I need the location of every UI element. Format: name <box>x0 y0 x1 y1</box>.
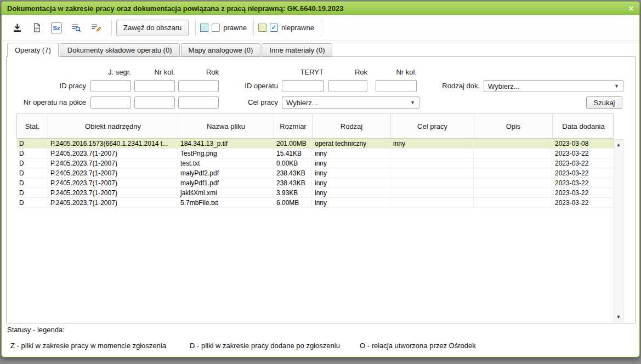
table-cell: 184.341.13_p.tif <box>178 139 274 148</box>
table-cell: małyPdf2.pdf <box>178 168 274 178</box>
legend-item-d: D - pliki w zakresie pracy dodane po zgł… <box>190 342 340 350</box>
scroll-down-icon[interactable]: ▼ <box>614 312 623 321</box>
close-icon[interactable]: × <box>628 4 634 13</box>
table-cell: 2023-03-22 <box>552 158 614 168</box>
tab-inne-materialy[interactable]: Inne materiały (0) <box>262 43 332 56</box>
id-operatu-teryt-input[interactable] <box>282 80 324 92</box>
table-cell: inny <box>312 149 390 158</box>
table-cell: D <box>16 188 48 197</box>
nr-operatu-input-2[interactable] <box>134 96 175 109</box>
column-header-nazwa-pliku[interactable]: Nazwa pliku <box>178 114 274 138</box>
col-label-j-segr: J. segr. <box>87 68 131 76</box>
document-button[interactable] <box>28 20 46 36</box>
szukaj-button[interactable]: Szukaj <box>586 96 622 109</box>
table-cell: P.2405.2023.7(1-2007) <box>48 149 178 158</box>
chevron-down-icon: ▼ <box>614 83 619 89</box>
table-cell: P.2405.2023.7(1-2007) <box>48 188 178 197</box>
prawne-checkbox[interactable] <box>212 24 220 32</box>
table-cell <box>390 198 474 207</box>
search-attributes-button[interactable] <box>67 20 85 36</box>
table-cell: inny <box>312 178 390 187</box>
cel-pracy-label: Cel pracy <box>223 96 278 109</box>
table-cell: 0.00KB <box>274 158 312 168</box>
table-cell: 2023-03-22 <box>552 149 614 158</box>
column-header-cel-pracy[interactable]: Cel pracy <box>391 114 474 138</box>
table-cell: P.2405.2023.7(1-2007) <box>48 178 178 187</box>
table-cell: D <box>16 158 48 168</box>
edit-search-button[interactable] <box>87 20 105 36</box>
zoom-area-button[interactable]: Zawęź do obszaru <box>116 20 189 36</box>
table-row[interactable]: DP.2405.2023.7(1-2007)TestPng.png15.41KB… <box>16 149 614 158</box>
table-cell: inny <box>312 188 390 197</box>
tab-dokumenty-skladowe[interactable]: Dokumenty składowe operatu (0) <box>60 43 180 56</box>
chevron-down-icon: ▼ <box>410 100 415 105</box>
vertical-scrollbar[interactable]: ▲ ▼ <box>614 139 623 322</box>
rodzaj-dok-label: Rodzaj dok. <box>425 80 480 92</box>
id-pracy-j-segr-input[interactable] <box>90 80 131 92</box>
table-cell: D <box>16 139 48 148</box>
scroll-up-icon[interactable]: ▲ <box>614 140 623 149</box>
table-cell: D <box>16 178 48 187</box>
toolbar-separator <box>111 20 112 36</box>
table-cell: jakiśXml.xml <box>178 188 274 197</box>
table-cell: P.2405.2023.7(1-2007) <box>48 168 178 178</box>
table-cell <box>474 139 552 148</box>
cel-pracy-dropdown[interactable]: Wybierz... ▼ <box>282 96 419 109</box>
table-cell: inny <box>312 198 390 207</box>
sz-button[interactable]: Sz <box>48 20 65 36</box>
table-cell <box>474 168 552 178</box>
prawne-label: prawne <box>223 24 247 32</box>
table-cell: TestPng.png <box>178 149 274 158</box>
table-cell: operat techniczny <box>312 139 390 148</box>
table-cell <box>474 198 552 207</box>
table-row[interactable]: DP.2405.2016.1573(6640.1.2341.2014 t...1… <box>16 139 614 149</box>
tab-bar: Operaty (7) Dokumenty składowe operatu (… <box>7 42 634 56</box>
column-header-opis[interactable]: Opis <box>474 114 553 138</box>
magnifier-edit-icon <box>91 23 101 33</box>
toolbar: Sz Zawęź do obszaru prawne nieprawne <box>2 15 639 41</box>
download-button[interactable] <box>8 20 26 36</box>
toolbar-separator <box>195 20 196 36</box>
toolbar-separator <box>321 20 321 36</box>
table-cell <box>390 188 474 197</box>
table-row[interactable]: DP.2405.2023.7(1-2007)test.txt0.00KBinny… <box>16 158 614 168</box>
id-pracy-rok-input[interactable] <box>178 80 219 92</box>
table-cell: 238.43KB <box>274 168 312 178</box>
table-cell: test.txt <box>178 158 274 168</box>
column-header-rodzaj[interactable]: Rodzaj <box>313 114 391 138</box>
column-header-data-dodania[interactable]: Data dodania <box>553 114 614 138</box>
document-icon <box>32 23 42 32</box>
table-cell: D <box>16 198 48 207</box>
table-cell: małyPdf1.pdf <box>178 178 274 187</box>
table-cell: P.2405.2023.7(1-2007) <box>48 158 178 168</box>
id-pracy-nr-kol-input[interactable] <box>134 80 175 92</box>
legend-item-z: Z - pliki w zakresie pracy w momencie zg… <box>10 342 166 350</box>
column-header-stat[interactable]: Stat. <box>17 114 48 138</box>
prawne-color-swatch <box>200 24 208 32</box>
nr-operatu-input-1[interactable] <box>90 96 131 109</box>
table-cell: 5.7mbFile.txt <box>178 198 274 207</box>
table-cell <box>390 158 474 168</box>
col-label-nr-kol-2: Nr kol. <box>373 68 417 76</box>
id-operatu-rok-input[interactable] <box>328 80 367 92</box>
table-row[interactable]: DP.2405.2023.7(1-2007)jakiśXml.xml3.93KB… <box>16 188 614 198</box>
col-label-teryt: TERYT <box>280 68 324 76</box>
tab-operaty[interactable]: Operaty (7) <box>7 43 59 57</box>
titlebar[interactable]: Dokumentacja w zakresie pracy oraz dokum… <box>2 2 639 15</box>
table-row[interactable]: DP.2405.2023.7(1-2007)małyPdf2.pdf238.43… <box>16 168 614 178</box>
toolbar-separator <box>253 20 254 36</box>
nr-operatu-input-3[interactable] <box>178 96 219 109</box>
id-operatu-nr-kol-input[interactable] <box>376 80 417 92</box>
table-cell <box>390 178 474 187</box>
col-label-rok-2: Rok <box>324 68 367 76</box>
table-row[interactable]: DP.2405.2023.7(1-2007)5.7mbFile.txt6.00M… <box>16 198 614 208</box>
column-header-rozmiar[interactable]: Rozmiar <box>274 114 313 138</box>
table-row[interactable]: DP.2405.2023.7(1-2007)małyPdf1.pdf238.43… <box>16 178 614 188</box>
table-cell: inny <box>312 158 390 168</box>
rodzaj-dok-value: Wybierz... <box>488 82 520 90</box>
rodzaj-dok-dropdown[interactable]: Wybierz... ▼ <box>484 80 623 92</box>
nieprawne-checkbox[interactable] <box>270 24 278 32</box>
column-header-obiekt-nadrzedny[interactable]: Obiekt nadrzędny <box>48 114 178 138</box>
table-cell <box>390 149 474 158</box>
tab-mapy-analogowe[interactable]: Mapy analogowe (0) <box>181 43 261 56</box>
